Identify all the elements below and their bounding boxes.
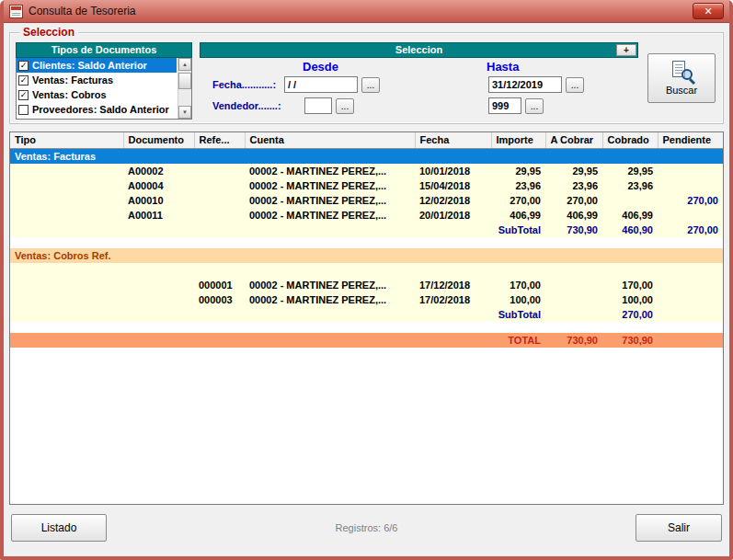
cell-pendiente <box>658 263 723 278</box>
app-window: Consulta de Tesoreria ✕ Seleccion Tipos … <box>0 0 733 560</box>
vendedor-desde-input[interactable] <box>304 97 332 114</box>
seleccion-header: Seleccion + <box>200 42 638 58</box>
cell-cuenta <box>245 263 415 278</box>
cell-cobrado: 270,00 <box>602 307 658 322</box>
cell-a_cobrar <box>545 263 602 278</box>
cell-tipo: Ventas: Cobros Ref. <box>10 248 723 263</box>
column-header-a_cobrar: A Cobrar <box>545 132 602 148</box>
spacer-row <box>10 237 723 248</box>
cell-pendiente <box>658 164 723 178</box>
cell-documento <box>123 278 194 292</box>
cell-pendiente: 270,00 <box>658 223 723 237</box>
grid-header-row: TipoDocumentoRefe...CuentaFechaImporteA … <box>10 132 723 148</box>
cell-documento: A00004 <box>123 178 194 193</box>
table-row[interactable]: A0001100002 - MARTINEZ PEREZ,...20/01/20… <box>10 208 723 223</box>
buscar-label: Buscar <box>666 85 697 96</box>
cell-importe: TOTAL <box>491 333 545 348</box>
cell-documento <box>123 223 194 237</box>
table-row[interactable]: 00000300002 - MARTINEZ PEREZ,...17/02/20… <box>10 292 723 307</box>
cell-tipo <box>10 292 123 307</box>
cell-importe: 406,99 <box>491 208 545 223</box>
document-types-header: Tipos de Documentos <box>16 42 192 58</box>
cell-a_cobrar: 406,99 <box>545 208 602 223</box>
expand-button[interactable]: + <box>616 44 636 56</box>
cell-importe: SubTotal <box>491 307 545 322</box>
cell-importe: 270,00 <box>491 193 545 208</box>
cell-a_cobrar <box>545 278 602 292</box>
cell-importe: SubTotal <box>491 223 545 237</box>
cell-refe: 000001 <box>194 278 245 292</box>
cell-cobrado: 29,95 <box>602 164 658 178</box>
cell-refe <box>194 263 245 278</box>
cell-documento <box>123 333 194 348</box>
fecha-hasta-input[interactable] <box>488 76 562 93</box>
selection-groupbox: Seleccion Tipos de Documentos ▲ ▼ ✓Clien… <box>9 32 724 124</box>
cell-tipo <box>10 208 123 223</box>
checkbox-unchecked-icon[interactable] <box>18 105 29 115</box>
cell-a_cobrar: 23,96 <box>545 178 602 193</box>
cell-a_cobrar <box>545 292 602 307</box>
table-row[interactable]: A0000400002 - MARTINEZ PEREZ,...15/04/20… <box>10 178 723 193</box>
cell-cobrado: 460,90 <box>602 223 658 237</box>
cell-cobrado: 100,00 <box>602 292 658 307</box>
listado-button[interactable]: Listado <box>11 514 107 542</box>
fecha-desde-input[interactable] <box>284 76 358 93</box>
cell-pendiente <box>658 333 723 348</box>
cell-pendiente: 270,00 <box>658 193 723 208</box>
buscar-button[interactable]: Buscar <box>647 53 716 103</box>
cell-documento <box>123 292 194 307</box>
cell-importe <box>491 263 545 278</box>
checkbox-checked-icon[interactable]: ✓ <box>18 61 29 71</box>
results-table: TipoDocumentoRefe...CuentaFechaImporteA … <box>10 132 724 348</box>
scrollbar-track[interactable] <box>178 71 191 106</box>
document-type-item[interactable]: ✓Ventas: Facturas <box>17 73 177 87</box>
table-row[interactable]: Ventas: Facturas <box>10 148 723 164</box>
desde-label: Desde <box>303 60 338 74</box>
close-button[interactable]: ✕ <box>693 3 724 19</box>
fecha-label: Fecha...........: <box>212 79 276 90</box>
checkbox-checked-icon[interactable]: ✓ <box>18 75 29 86</box>
groupbox-label: Seleccion <box>19 26 78 39</box>
table-row[interactable] <box>10 263 723 278</box>
cell-cobrado: 23,96 <box>602 178 658 193</box>
cell-a_cobrar: 270,00 <box>545 193 602 208</box>
cell-tipo <box>10 193 123 208</box>
vendedor-desde-browse-button[interactable]: ... <box>336 98 354 114</box>
listbox-scrollbar[interactable]: ▲ ▼ <box>178 58 191 119</box>
cell-documento: A00002 <box>123 164 194 178</box>
cell-tipo: Ventas: Facturas <box>10 148 723 164</box>
cell-refe <box>194 333 245 348</box>
fecha-desde-browse-button[interactable]: ... <box>361 77 380 93</box>
criteria-body: Desde Hasta Fecha...........: ... ... Ve… <box>200 58 638 120</box>
table-row: SubTotal730,90460,90270,00 <box>10 223 723 237</box>
cell-fecha <box>415 263 491 278</box>
cell-a_cobrar <box>545 307 602 322</box>
fecha-hasta-browse-button[interactable]: ... <box>566 77 584 93</box>
cell-importe: 23,96 <box>491 178 545 193</box>
document-type-list[interactable]: ▲ ▼ ✓Clientes: Saldo Anterior✓Ventas: Fa… <box>16 58 192 120</box>
column-header-cuenta: Cuenta <box>245 132 415 148</box>
document-type-label: Ventas: Facturas <box>32 74 113 86</box>
document-type-item[interactable]: ✓Ventas: Cobros <box>17 87 177 102</box>
document-type-label: Proveedores: Saldo Anterior <box>32 104 169 115</box>
table-row[interactable]: A0001000002 - MARTINEZ PEREZ,...12/02/20… <box>10 193 723 208</box>
vendedor-hasta-input[interactable] <box>488 97 521 114</box>
document-type-item[interactable]: Proveedores: Saldo Anterior <box>17 102 177 117</box>
cell-a_cobrar: 730,90 <box>545 333 602 348</box>
table-row[interactable]: A0000200002 - MARTINEZ PEREZ,...10/01/20… <box>10 164 723 178</box>
table-row[interactable]: Ventas: Cobros Ref. <box>10 248 723 263</box>
document-types-panel: Tipos de Documentos ▲ ▼ ✓Clientes: Saldo… <box>16 42 192 120</box>
scroll-down-icon[interactable]: ▼ <box>178 106 191 119</box>
table-row[interactable]: 00000100002 - MARTINEZ PEREZ,...17/12/20… <box>10 278 723 292</box>
cell-a_cobrar: 730,90 <box>545 223 602 237</box>
scrollbar-thumb[interactable] <box>178 73 191 89</box>
cell-cuenta: 00002 - MARTINEZ PEREZ,... <box>245 178 415 193</box>
checkbox-checked-icon[interactable]: ✓ <box>18 90 29 100</box>
document-type-item[interactable]: ✓Clientes: Saldo Anterior <box>17 58 177 73</box>
vendedor-hasta-browse-button[interactable]: ... <box>525 98 544 114</box>
salir-button[interactable]: Salir <box>636 514 722 542</box>
scroll-up-icon[interactable]: ▲ <box>178 58 191 71</box>
cell-tipo <box>10 263 123 278</box>
document-type-label: Clientes: Saldo Anterior <box>32 60 147 71</box>
seleccion-header-label: Seleccion <box>395 44 442 55</box>
